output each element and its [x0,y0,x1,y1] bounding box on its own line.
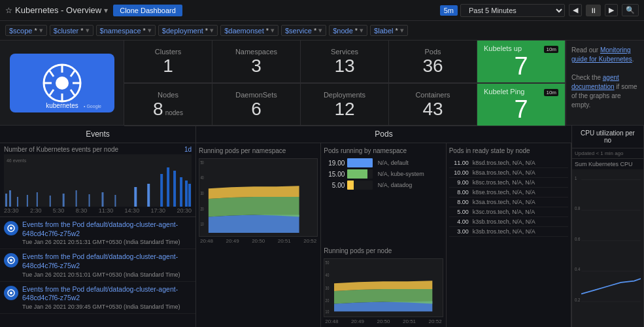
svg-text:10: 10 [326,309,330,314]
running-pods-ns-title: Running pods per namespace [199,146,318,156]
chevron-down-icon[interactable]: ▾ [104,6,108,15]
svg-text:1: 1 [575,175,577,180]
svg-text:0.2: 0.2 [575,298,581,302]
ns-bar-fill [347,181,354,190]
running-pods-node-chart: 50 40 30 20 10 [324,258,443,317]
pods-content: Running pods per namespace 50 40 30 20 1… [196,143,571,327]
svg-text:50: 50 [200,160,204,165]
event-title: Events from the Pod default/datadog-clus… [22,252,192,270]
ns-name: N/A, kube-system [378,171,443,177]
stat-containers-label: Containers [415,91,450,99]
stat-pods-label: Pods [424,48,441,56]
svg-text:0.8: 0.8 [575,206,581,211]
pods-panel: Pods Running pods per namespace 50 40 30… [196,126,572,327]
ready-row: 3.00k3sb.tros.tech, N/A, N/A [449,227,568,237]
filter-node-name: $node [333,27,353,35]
kubernetes-mini-icon [7,256,15,264]
svg-rect-13 [5,194,7,207]
time-range: 5m Past 5 Minutes Past 15 Minutes Past 1… [440,4,565,17]
filter-scope[interactable]: $scope * ▾ [5,25,47,36]
stat-nodes-label: Nodes [158,91,178,99]
stat-daemonsets-value: 6 [251,100,262,118]
filter-bar: $scope * ▾ $cluster * ▾ $namespace * ▾ $… [0,21,644,41]
stat-kubelets-up: Kubelets up 10m 7 [477,41,566,83]
svg-rect-17 [37,192,38,207]
filter-cluster[interactable]: $cluster * ▾ [50,25,93,36]
clone-dashboard-button[interactable]: Clone Dashboard [113,5,182,16]
ns-bar-fill [347,158,372,167]
stat-namespaces-value: 3 [251,57,262,75]
event-time: Tue Jan 26 2021 20:39:45 GMT+0530 (India… [22,303,192,310]
ready-row: 4.00k3sb.tros.tech, N/A, N/A [449,217,568,227]
star-icon: ☆ [5,6,12,15]
svg-rect-18 [50,196,51,207]
search-button[interactable]: 🔍 [622,4,639,16]
stat-clusters-label: Clusters [155,48,181,56]
stat-deployments-value: 12 [334,100,354,118]
filter-label[interactable]: $label * ▾ [370,25,408,36]
filter-service[interactable]: $service * ▾ [281,25,326,36]
ns-chart-axis: 20:48 20:49 20:50 20:51 20:52 [199,238,318,244]
filter-deployment-name: $deployment [162,27,203,35]
ready-row: 8.00k8se.tros.tech, N/A, N/A [449,188,568,198]
event-icon [4,221,18,235]
event-text: Events from the Pod default/datadog-clus… [22,220,192,245]
svg-rect-15 [17,197,18,207]
stats-grid: Clusters 1 Namespaces 3 Services 13 Pods… [124,41,566,125]
filter-scope-name: $scope [9,27,32,35]
svg-point-38 [10,292,12,294]
ready-row: 10.00k8sa.tros.tech, N/A, N/A [449,168,568,178]
stat-services: Services 13 [301,41,389,83]
cpu-panel: CPU utilization per no Updated < 1 min a… [572,126,644,327]
stat-clusters-value: 1 [163,57,173,75]
svg-text:50: 50 [326,260,330,265]
stat-kubelet-ping: Kubelet Ping 10m 7 [477,84,566,126]
stat-nodes: Nodes 8 nodes [124,84,212,126]
list-item[interactable]: Events from the Pod default/datadog-clus… [0,282,195,314]
stat-clusters: Clusters 1 [124,41,212,83]
events-chart-badge: 1d [184,146,192,153]
svg-rect-29 [180,177,182,207]
list-item[interactable]: Events from the Pod default/datadog-clus… [0,249,195,281]
stat-deployments-label: Deployments [324,91,365,99]
stat-containers: Containers 43 [389,84,477,126]
panels-row: Events Number of Kubernetes events per n… [0,126,644,327]
ready-row: 11.00k8sd.tros.tech, N/A, N/A [449,158,568,168]
top-bar-right: 5m Past 5 Minutes Past 15 Minutes Past 1… [440,4,639,17]
filter-daemonset[interactable]: $daemonset * ▾ [220,25,279,36]
ns-bar-track [347,181,372,190]
svg-rect-16 [27,195,28,207]
running-pods-ns-svg: 50 40 30 20 10 [199,159,317,236]
stats-row: kubernetes • Google Clusters 1 Namespace… [0,41,644,126]
stat-nodes-sub: nodes [165,109,183,116]
events-chart-label: Number of Kubernetes events per node [4,146,118,153]
filter-deployment[interactable]: $deployment * ▾ [158,25,218,36]
pause-button[interactable]: ⏸ [586,5,601,16]
time-badge: 5m [440,5,458,16]
cpu-chart: 1 0.8 0.6 0.4 0.2 [572,169,643,327]
svg-text:20: 20 [326,298,330,303]
events-chart: 46 events [4,154,192,207]
event-title: Events from the Pod default/datadog-clus… [22,285,192,303]
svg-rect-25 [147,184,150,207]
kubernetes-mini-icon [7,224,15,232]
ns-value: 15.00 [324,171,345,178]
list-item[interactable]: Events from the Pod default/datadog-clus… [0,217,195,249]
prev-time-button[interactable]: ◀ [569,4,582,16]
event-text: Events from the Pod default/datadog-clus… [22,285,192,310]
svg-marker-46 [209,186,299,199]
stat-nodes-value: 8 [153,100,163,118]
time-range-select[interactable]: Past 5 Minutes Past 15 Minutes Past 1 Ho… [460,4,565,17]
next-time-button[interactable]: ▶ [605,4,618,16]
kubelets-time-badge: 10m [544,46,558,53]
filter-node[interactable]: $node * ▾ [329,25,367,36]
filter-namespace[interactable]: $namespace * ▾ [96,25,156,36]
svg-rect-30 [185,181,188,207]
running-pods-namespace-panel: Running pods per namespace 50 40 30 20 1… [196,143,321,327]
kubernetes-logo: kubernetes • Google [0,41,124,125]
svg-point-34 [10,227,12,230]
stat-kubelet-ping-label: Kubelet Ping [484,88,524,95]
cpu-panel-header: CPU utilization per no [572,126,643,148]
pods-by-namespace-panel: Pods running by namespace 19.00 N/A, def… [321,143,446,327]
svg-text:30: 30 [200,191,204,196]
